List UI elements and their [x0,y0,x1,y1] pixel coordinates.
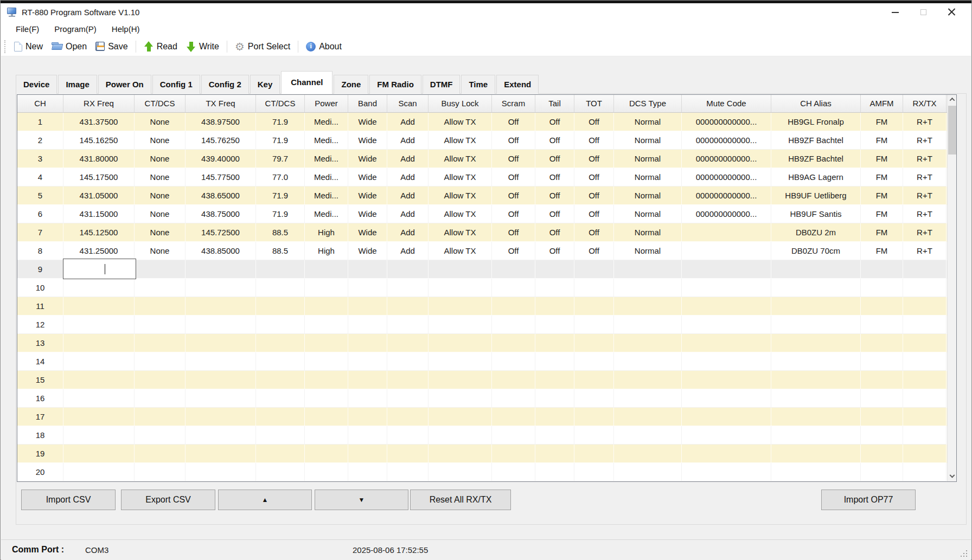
table-cell[interactable] [63,463,135,481]
table-cell[interactable] [186,463,256,481]
table-cell[interactable] [492,260,535,279]
table-cell[interactable] [614,463,682,481]
table-cell[interactable]: Normal [614,168,682,186]
column-header[interactable]: CH Alias [771,95,861,112]
column-header[interactable]: Tail [535,95,574,112]
table-cell[interactable] [387,297,429,316]
table-cell[interactable] [135,297,186,316]
column-header[interactable]: Scram [492,95,535,112]
table-cell[interactable]: HB9ZF Bachtel [771,131,861,150]
table-cell[interactable]: HB9AG Lagern [771,168,861,186]
tab-fm-radio[interactable]: FM Radio [369,75,421,94]
move-up-button[interactable]: ▲ [218,490,312,510]
table-cell[interactable] [348,297,387,316]
table-cell[interactable] [861,371,903,389]
table-cell[interactable] [771,260,861,279]
table-cell[interactable] [535,297,574,316]
table-cell[interactable] [861,463,903,481]
table-cell[interactable] [903,426,947,445]
table-cell[interactable]: Add [387,113,429,131]
table-cell[interactable]: Off [535,150,574,168]
table-cell[interactable] [256,445,305,463]
table-cell[interactable] [135,279,186,297]
scroll-up-button[interactable] [948,95,957,104]
table-cell[interactable] [614,297,682,316]
table-cell[interactable] [614,352,682,371]
tab-key[interactable]: Key [250,75,280,94]
table-cell[interactable] [492,426,535,445]
table-cell[interactable]: Normal [614,150,682,168]
table-cell[interactable] [135,426,186,445]
table-cell[interactable] [535,463,574,481]
table-cell[interactable]: R+T [903,205,947,223]
table-cell[interactable]: 145.76250 [186,131,256,150]
table-cell[interactable] [348,408,387,426]
table-cell[interactable] [387,408,429,426]
table-cell[interactable]: 438.75000 [186,205,256,223]
table-cell[interactable] [135,445,186,463]
table-cell[interactable]: Off [535,131,574,150]
table-cell[interactable]: Normal [614,223,682,242]
table-cell[interactable]: Off [535,205,574,223]
table-cell[interactable] [682,279,771,297]
table-cell[interactable] [348,279,387,297]
table-cell[interactable] [861,389,903,408]
table-cell[interactable] [535,371,574,389]
table-cell[interactable] [429,445,492,463]
menu-program[interactable]: Program(P) [47,22,104,36]
table-cell[interactable] [861,316,903,334]
table-cell[interactable] [429,389,492,408]
table-cell[interactable] [256,371,305,389]
column-header[interactable]: CH [17,95,63,112]
column-header[interactable]: RX/TX [903,95,947,112]
table-cell[interactable] [387,352,429,371]
table-cell[interactable]: Off [535,168,574,186]
table-cell[interactable] [574,389,614,408]
table-cell[interactable] [305,334,348,352]
table-cell[interactable] [614,334,682,352]
table-cell[interactable]: R+T [903,113,947,131]
table-cell[interactable] [63,279,135,297]
table-cell[interactable] [256,463,305,481]
table-cell[interactable]: DB0ZU 70cm [771,242,861,260]
table-cell[interactable] [387,463,429,481]
table-cell[interactable] [771,408,861,426]
table-cell[interactable] [63,316,135,334]
table-cell[interactable] [305,297,348,316]
port-select-button[interactable]: ⚙ Port Select [231,40,295,54]
row-number-cell[interactable]: 15 [17,371,63,389]
table-cell[interactable]: R+T [903,168,947,186]
table-cell[interactable]: Allow TX [429,131,492,150]
table-cell[interactable] [387,426,429,445]
save-button[interactable]: Save [91,40,132,54]
table-cell[interactable] [492,371,535,389]
table-cell[interactable] [256,334,305,352]
table-cell[interactable] [903,352,947,371]
table-cell[interactable]: R+T [903,131,947,150]
table-cell[interactable]: Medi... [305,186,348,205]
table-cell[interactable] [492,445,535,463]
table-cell[interactable] [492,389,535,408]
write-button[interactable]: Write [182,39,223,54]
table-cell[interactable] [429,352,492,371]
table-cell[interactable]: FM [861,223,903,242]
table-cell[interactable] [348,426,387,445]
table-cell[interactable]: 438.85000 [186,242,256,260]
table-cell[interactable] [535,445,574,463]
table-cell[interactable]: HB9UF Santis [771,205,861,223]
table-cell[interactable]: R+T [903,223,947,242]
table-cell[interactable] [63,426,135,445]
table-cell[interactable]: None [135,205,186,223]
table-cell[interactable] [771,463,861,481]
table-cell[interactable] [682,426,771,445]
table-cell[interactable] [574,352,614,371]
table-cell[interactable] [574,426,614,445]
table-cell[interactable] [186,426,256,445]
table-cell[interactable] [492,334,535,352]
table-cell[interactable] [903,279,947,297]
table-cell[interactable]: 000000000000... [682,205,771,223]
table-cell[interactable]: 79.7 [256,150,305,168]
scrollbar-thumb[interactable] [948,106,956,155]
table-cell[interactable]: Off [574,223,614,242]
table-cell[interactable]: 000000000000... [682,131,771,150]
